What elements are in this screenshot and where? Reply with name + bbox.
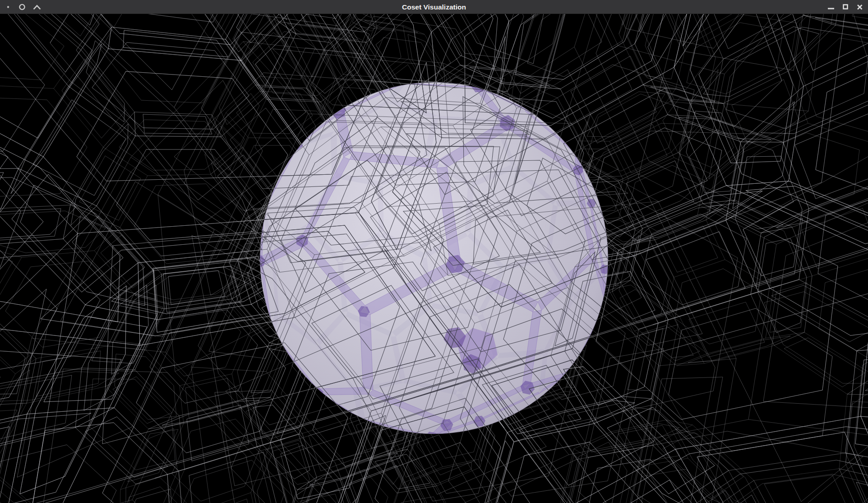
svg-text:Coset Visualization: Coset Visualization [402,3,466,11]
